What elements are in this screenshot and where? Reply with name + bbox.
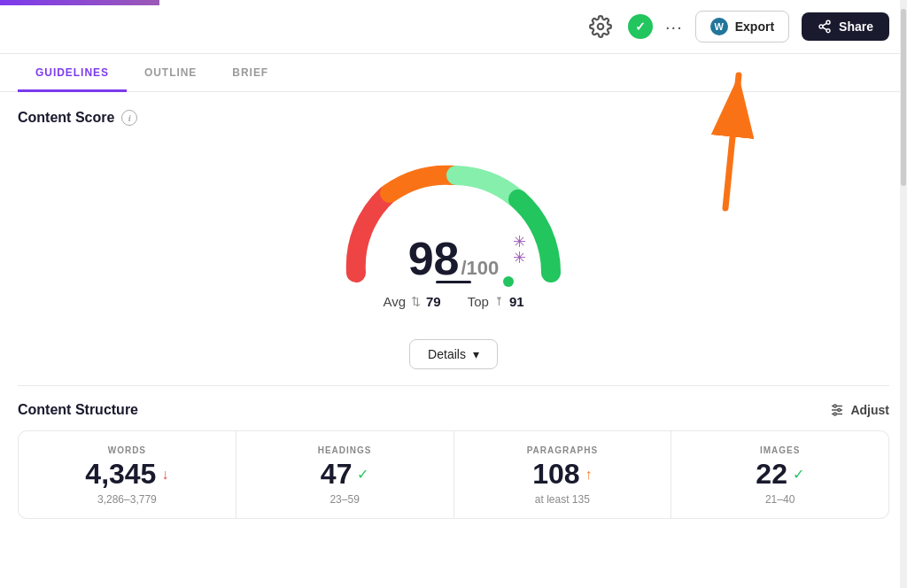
sparkle-decoration: ✳✳ xyxy=(513,234,526,266)
svg-point-13 xyxy=(834,413,837,415)
tab-brief[interactable]: BRIEF xyxy=(214,54,286,92)
stats-grid: WORDS 4,345 ↓ 3,286–3,779 HEADINGS 47 ✓ … xyxy=(18,430,889,519)
svg-point-2 xyxy=(819,25,823,28)
headings-value-row: 47 ✓ xyxy=(321,459,369,490)
wp-logo: W xyxy=(710,18,728,35)
svg-point-1 xyxy=(826,20,830,24)
share-button[interactable]: Share xyxy=(802,12,889,41)
headings-value: 47 xyxy=(321,459,353,490)
svg-line-4 xyxy=(823,27,827,30)
export-button[interactable]: W Export xyxy=(695,11,789,43)
adjust-icon xyxy=(829,402,845,418)
top-value: 91 xyxy=(509,294,524,309)
avg-icon: ⇅ xyxy=(411,295,421,308)
tabs: GUIDELINES OUTLINE BRIEF xyxy=(0,54,907,92)
share-icon xyxy=(818,19,832,34)
gauge-container: 98 /100 ✳✳ Avg ⇅ 79 Top ⤒ 91 xyxy=(18,140,889,327)
images-value-row: 22 ✓ xyxy=(756,459,804,490)
stat-words: WORDS 4,345 ↓ 3,286–3,779 xyxy=(19,431,236,518)
gauge-needle xyxy=(436,281,471,283)
gauge-svg: 98 /100 ✳✳ xyxy=(329,149,578,290)
settings-button[interactable] xyxy=(585,12,616,42)
content-structure-header: Content Structure Adjust xyxy=(18,386,889,430)
paragraphs-indicator: ↑ xyxy=(585,468,593,482)
top-label: Top xyxy=(468,294,489,309)
top-bar: ✓ ··· W Export Share xyxy=(0,0,907,54)
words-value-row: 4,345 ↓ xyxy=(85,459,168,490)
info-icon[interactable]: i xyxy=(121,110,137,126)
svg-point-0 xyxy=(598,24,604,30)
avg-value: 79 xyxy=(426,294,441,309)
gear-icon xyxy=(589,15,612,38)
adjust-button[interactable]: Adjust xyxy=(829,402,889,418)
tab-outline[interactable]: OUTLINE xyxy=(127,54,214,92)
avg-section: Avg ⇅ 79 xyxy=(383,294,440,309)
stat-headings: HEADINGS 47 ✓ 23–59 xyxy=(236,431,454,518)
headings-label: HEADINGS xyxy=(318,445,372,455)
gauge-score: 98 /100 xyxy=(408,236,500,282)
paragraphs-value-row: 108 ↑ xyxy=(532,459,592,490)
stat-paragraphs: PARAGRAPHS 108 ↑ at least 135 xyxy=(454,431,671,518)
words-label: WORDS xyxy=(108,445,146,455)
words-indicator: ↓ xyxy=(161,468,168,482)
top-bar-accent xyxy=(0,0,159,5)
stat-images: IMAGES 22 ✓ 21–40 xyxy=(671,431,888,518)
content-score-title: Content Score xyxy=(18,110,114,126)
images-indicator: ✓ xyxy=(793,468,804,482)
words-value: 4,345 xyxy=(85,459,156,490)
scrollbar[interactable] xyxy=(900,0,907,588)
paragraphs-label: PARAGRAPHS xyxy=(527,445,598,455)
headings-indicator: ✓ xyxy=(357,468,368,482)
status-check: ✓ xyxy=(628,14,653,39)
avg-top-row: Avg ⇅ 79 Top ⤒ 91 xyxy=(383,294,523,309)
paragraphs-value: 108 xyxy=(532,459,579,490)
svg-point-12 xyxy=(838,409,841,412)
svg-point-11 xyxy=(834,405,837,407)
gauge-dot xyxy=(503,276,514,287)
tab-guidelines[interactable]: GUIDELINES xyxy=(18,54,127,92)
svg-point-3 xyxy=(826,29,830,33)
top-section: Top ⤒ 91 xyxy=(468,294,524,309)
details-button[interactable]: Details ▾ xyxy=(409,339,498,369)
more-options-button[interactable]: ··· xyxy=(665,17,683,37)
headings-range: 23–59 xyxy=(329,493,359,506)
images-range: 21–40 xyxy=(765,493,795,506)
scrollbar-thumb[interactable] xyxy=(901,9,906,186)
content-score-section: Content Score i xyxy=(18,110,889,126)
details-wrap: Details ▾ xyxy=(18,327,889,386)
avg-label: Avg xyxy=(383,294,406,309)
chevron-down-icon: ▾ xyxy=(473,347,479,361)
svg-line-5 xyxy=(823,23,827,26)
top-icon: ⤒ xyxy=(494,295,504,308)
images-value: 22 xyxy=(756,459,787,490)
images-label: IMAGES xyxy=(760,445,800,455)
words-range: 3,286–3,779 xyxy=(97,493,157,506)
paragraphs-range: at least 135 xyxy=(535,493,590,506)
main-content: Content Score i 98 /100 ✳✳ xyxy=(0,92,907,519)
content-structure-title: Content Structure xyxy=(18,402,138,418)
